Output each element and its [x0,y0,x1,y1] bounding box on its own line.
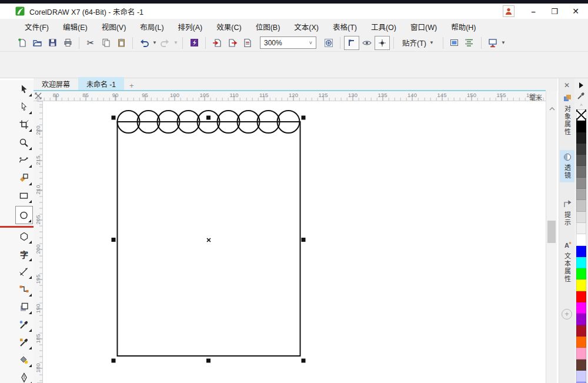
color-swatch[interactable] [576,234,586,245]
align-options-button[interactable] [462,36,477,50]
color-swatch[interactable] [576,337,586,348]
color-swatch[interactable] [576,279,586,291]
color-swatch[interactable] [576,348,586,359]
ruler-origin-icon[interactable] [34,92,42,100]
color-swatch[interactable] [576,359,586,371]
color-dialog-button[interactable] [447,36,462,50]
menu-item[interactable]: 帮助(H) [444,19,483,35]
undo-dropdown-arrow[interactable]: ▼ [152,40,158,45]
freehand-tool[interactable] [15,152,33,169]
cut-icon[interactable]: ✂ [83,36,98,50]
menu-item[interactable]: 排列(A) [171,19,210,35]
shape-tool[interactable] [15,99,33,115]
color-swatch[interactable] [576,121,586,132]
page-border-toggle[interactable] [344,36,359,50]
text-tool[interactable]: 字 [15,246,33,262]
outline-pen-tool[interactable] [15,369,33,383]
docker-tab-lens[interactable]: 透镜 [560,150,574,182]
docker-close-icon[interactable]: ✕ [559,81,574,89]
copy-button[interactable] [98,36,113,50]
menu-item[interactable]: 效果(C) [209,19,248,35]
docker-tab-hints[interactable]: 提示 [560,197,574,229]
membership-user-icon[interactable] [503,5,514,17]
scrollbar-thumb[interactable] [547,221,556,243]
paste-button[interactable] [113,36,129,50]
color-swatch[interactable] [576,178,586,189]
menu-item[interactable]: 编辑(E) [56,19,95,35]
rectangle-tool[interactable] [15,188,33,204]
menu-item[interactable]: 文件(F) [18,19,56,35]
export-button[interactable] [225,36,240,50]
zoom-to-page-button[interactable] [321,36,336,50]
color-swatch[interactable] [576,302,586,314]
enhanced-view-icon[interactable] [359,36,375,50]
tab-untitled-1[interactable]: 未命名 -1 [78,77,124,91]
snap-to-button[interactable]: 贴齐(T) ▼ [397,36,439,49]
color-swatch[interactable] [576,166,586,177]
connector-tool[interactable] [15,281,33,298]
color-swatch[interactable] [576,325,586,337]
color-swatch[interactable] [576,268,586,279]
presentation-button[interactable] [485,36,500,50]
undo-button[interactable] [136,36,152,50]
open-button[interactable] [29,36,45,50]
import-button[interactable] [209,36,225,50]
drawing-canvas[interactable] [43,101,546,383]
palette-flyout-icon[interactable] [579,82,583,88]
new-document-button[interactable] [14,36,29,50]
treat-as-filled-toggle[interactable] [375,36,390,50]
redo-button[interactable] [158,36,173,50]
color-swatch[interactable] [576,314,586,325]
color-swatch[interactable] [576,155,586,166]
color-swatch[interactable] [576,144,586,155]
color-swatch[interactable] [576,371,586,382]
smart-fill-tool[interactable] [15,352,33,368]
minimize-button[interactable]: – [527,5,540,17]
vertical-scrollbar[interactable] [546,91,557,383]
attributes-eyedropper-tool[interactable] [15,334,33,351]
color-swatch[interactable] [576,132,586,144]
menu-item[interactable]: 视图(V) [95,19,133,35]
redo-dropdown-arrow[interactable]: ▼ [173,40,179,45]
palette-scroll-up-icon[interactable]: ˄ [574,102,588,108]
tab-welcome-screen[interactable]: 欢迎屏幕 [34,77,78,91]
application-launcher-icon[interactable] [186,36,202,50]
menu-item[interactable]: 位图(B) [249,19,288,35]
ellipse-tool[interactable] [15,206,33,224]
polygon-tool[interactable] [15,228,33,245]
swatch-no-color[interactable] [576,109,586,121]
color-swatch[interactable] [576,291,586,302]
color-swatch[interactable] [576,212,586,223]
color-swatch[interactable] [576,223,586,234]
docker-tab-object-properties[interactable]: 对象属性 [560,91,574,139]
print-button[interactable] [60,36,75,50]
color-swatch[interactable] [576,257,586,268]
maximize-button[interactable]: ❒ [548,5,561,17]
scroll-up-icon[interactable] [546,104,557,114]
docker-tab-text-properties[interactable]: A 文本属性 [560,238,574,286]
drop-shadow-tool[interactable] [15,299,33,315]
artistic-media-tool[interactable] [15,170,33,186]
selected-shape[interactable] [43,101,546,383]
menu-item[interactable]: 工具(O) [364,19,403,35]
pick-tool[interactable] [15,81,33,98]
color-eyedropper-tool[interactable] [15,317,33,333]
menu-item[interactable]: 文本(X) [287,19,326,35]
save-button[interactable] [45,36,60,50]
close-button[interactable]: ✕ [569,5,582,17]
parallel-dimension-tool[interactable] [15,264,33,280]
color-swatch[interactable] [576,189,586,200]
menu-item[interactable]: 窗口(W) [403,19,444,35]
crop-tool[interactable] [15,116,33,133]
menu-item[interactable]: 表格(T) [326,19,364,35]
ruler-tick-label: 215 [35,153,41,167]
presentation-dropdown-arrow[interactable]: ▼ [500,40,506,45]
palette-eyedropper-icon[interactable] [577,91,586,100]
zoom-level-combo[interactable]: 300% ˅ [260,36,316,49]
publish-pdf-button[interactable] [240,36,255,50]
docker-add-button[interactable]: + [562,309,572,319]
zoom-tool[interactable] [15,135,33,151]
menu-item[interactable]: 布局(L) [133,19,171,35]
color-swatch[interactable] [576,246,586,257]
color-swatch[interactable] [576,200,586,211]
